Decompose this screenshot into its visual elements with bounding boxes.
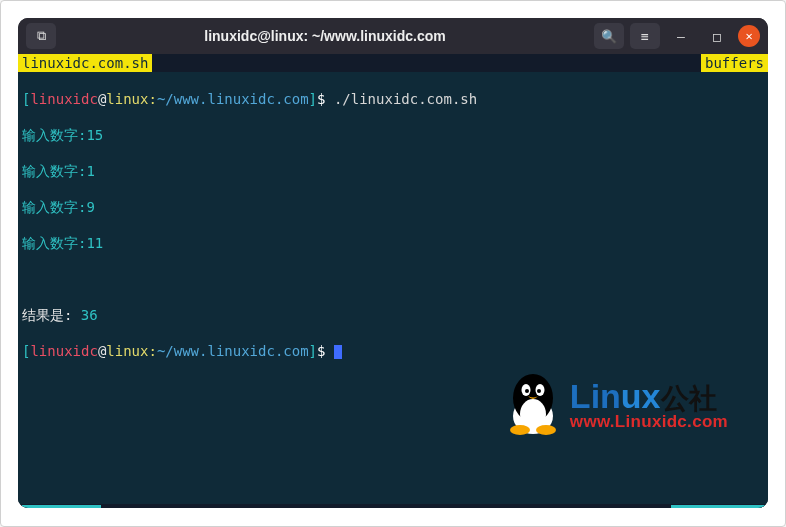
file-tab[interactable]: linuxidc.com.sh — [18, 54, 152, 72]
terminal-body: linuxidc.com.sh buffers [linuxidc@linux:… — [18, 54, 768, 508]
close-icon: ✕ — [745, 29, 752, 43]
titlebar: ⧉ linuxidc@linux: ~/www.linuxidc.com 🔍 ≡… — [18, 18, 768, 54]
maximize-button[interactable]: □ — [702, 23, 732, 49]
terminal-window: ⧉ linuxidc@linux: ~/www.linuxidc.com 🔍 ≡… — [18, 18, 768, 508]
new-tab-button[interactable]: ⧉ — [26, 23, 56, 49]
close-button[interactable]: ✕ — [738, 25, 760, 47]
output-blank — [22, 270, 764, 288]
buffer-strip-gap — [152, 54, 701, 72]
prompt-line-1: [linuxidc@linux:~/www.linuxidc.com]$ ./l… — [22, 90, 764, 108]
search-icon: 🔍 — [601, 29, 617, 44]
output-line: 输入数字:1 — [22, 162, 764, 180]
buffers-button[interactable]: buffers — [701, 54, 768, 72]
shell-path: /bin/bash — [101, 505, 671, 508]
output-line: 输入数字:15 — [22, 126, 764, 144]
output-blank — [22, 450, 764, 468]
window-title: linuxidc@linux: ~/www.linuxidc.com — [56, 28, 594, 44]
minimize-button[interactable]: — — [666, 23, 696, 49]
hamburger-icon: ≡ — [679, 505, 687, 508]
menu-button[interactable]: ≡ — [630, 23, 660, 49]
outer-frame: ⧉ linuxidc@linux: ~/www.linuxidc.com 🔍 ≡… — [0, 0, 786, 527]
divider-stats: ≡ 0 /1 ln — [671, 505, 768, 508]
search-button[interactable]: 🔍 — [594, 23, 624, 49]
result-line: 结果是: 36 — [22, 306, 764, 324]
output-blank — [22, 414, 764, 432]
output-line: 输入数字:9 — [22, 198, 764, 216]
buffer-strip: linuxidc.com.sh buffers — [18, 54, 768, 72]
output-blank — [22, 378, 764, 396]
new-tab-icon: ⧉ — [37, 28, 46, 44]
terminal-output-pane[interactable]: [linuxidc@linux:~/www.linuxidc.com]$ ./l… — [18, 72, 768, 504]
output-line: 输入数字:11 — [22, 234, 764, 252]
maximize-icon: □ — [713, 29, 721, 44]
cursor-icon — [334, 345, 342, 359]
pane-divider[interactable]: TERMINAL /bin/bash ≡ 0 /1 ln — [18, 504, 768, 508]
minimize-icon: — — [677, 29, 685, 44]
terminal-label: TERMINAL — [22, 505, 101, 508]
command-text: ./linuxidc.com.sh — [334, 91, 477, 107]
hamburger-icon: ≡ — [641, 29, 649, 44]
prompt-line-2: [linuxidc@linux:~/www.linuxidc.com]$ — [22, 342, 764, 360]
